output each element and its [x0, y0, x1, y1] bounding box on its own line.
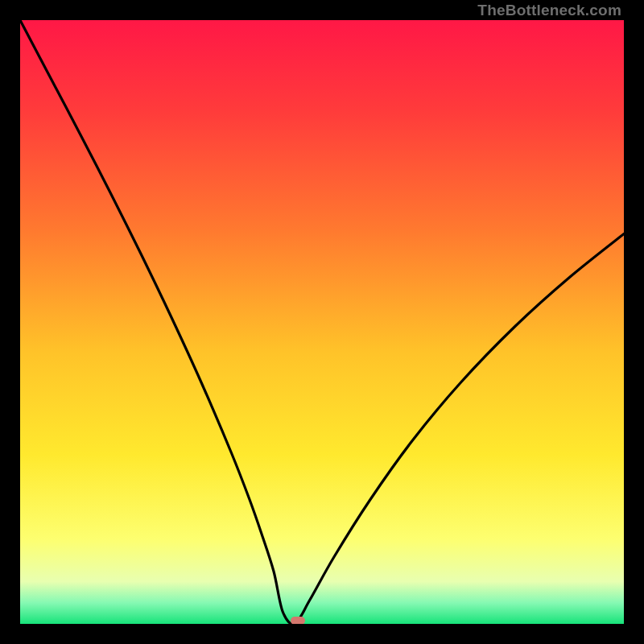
bottleneck-curve: [20, 20, 624, 624]
optimal-point-marker: [291, 617, 305, 625]
chart-frame: TheBottleneck.com: [0, 0, 644, 644]
watermark-text: TheBottleneck.com: [477, 2, 621, 19]
plot-area: [20, 20, 624, 624]
